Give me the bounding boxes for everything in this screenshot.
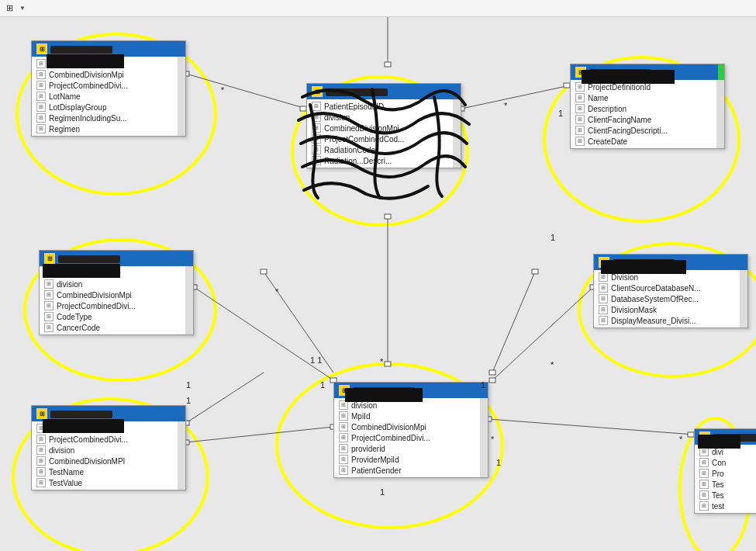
field-name-text: CombinedDivisionMpi [49, 71, 124, 79]
rel-label-16: 1 [496, 458, 501, 467]
db-table-table2[interactable]: ⊞⊞PatientEpisodeID⊞division⊞CombinedDivi… [306, 83, 461, 168]
table-grid-icon: ⊞ [312, 86, 323, 97]
field-type-icon: ⊞ [44, 323, 54, 332]
chevron-down-icon[interactable]: ▼ [19, 5, 26, 12]
field-type-icon: ⊞ [699, 480, 709, 489]
table-field: ⊞ProjectCombinedDivi... [334, 432, 488, 443]
table-scrollbar[interactable] [740, 270, 747, 327]
field-name-text: ProjectCombinedDivi... [49, 81, 128, 90]
green-bar-indicator [718, 64, 724, 80]
rel-label-5: * [380, 357, 383, 366]
table-scrollbar[interactable] [178, 421, 185, 490]
field-name-text: Tes [712, 491, 724, 500]
svg-rect-32 [43, 419, 124, 433]
field-type-icon: ⊞ [575, 115, 585, 124]
rel-label-17: 1 [380, 487, 385, 497]
table-scrollbar[interactable] [716, 80, 724, 148]
header-redaction-6 [698, 435, 740, 449]
field-name-text: Radiation...Descri... [324, 157, 392, 165]
table-scrollbar[interactable] [178, 57, 185, 136]
field-name-text: CreateDate [588, 137, 627, 146]
field-type-icon: ⊞ [339, 433, 348, 442]
field-name-text: Regimen [49, 125, 80, 133]
svg-rect-34 [582, 70, 675, 84]
field-type-icon: ⊞ [44, 301, 54, 310]
rel-label-11: * [679, 435, 682, 444]
svg-line-12 [492, 287, 593, 380]
field-type-icon: ⊞ [699, 501, 709, 511]
table-title-table1 [50, 44, 112, 54]
svg-rect-14 [489, 378, 495, 383]
table-field: ⊞Tes [695, 479, 756, 490]
rel-label-1: * [221, 85, 224, 95]
field-type-icon: ⊞ [44, 290, 54, 300]
field-name-text: CombinedDivisionMpi [351, 423, 426, 431]
rel-label-6: 1 1 [310, 355, 322, 365]
field-name-text: PatientGender [351, 466, 402, 475]
table-field: ⊞ProjectCombinedCod... [307, 133, 461, 144]
svg-rect-5 [564, 83, 570, 88]
header-redaction-1 [43, 264, 120, 278]
db-table-table4[interactable]: ⊞⊞ProjectDefinitionID⊞division⊞CombinedD… [39, 250, 194, 335]
field-type-icon: ⊞ [44, 279, 54, 289]
field-type-icon: ⊞ [312, 134, 321, 144]
header-redaction-5 [601, 260, 686, 274]
svg-rect-31 [43, 264, 120, 278]
table-field: ⊞CombinedDivisionMpi [334, 421, 488, 432]
svg-line-3 [461, 85, 570, 109]
rel-label-8: 1 [551, 233, 555, 242]
field-type-icon: ⊞ [312, 123, 321, 133]
rel-label-2: * [504, 101, 507, 110]
field-name-text: ClientSourceDatabaseN... [611, 284, 701, 293]
table-title-table2 [326, 87, 388, 96]
field-name-text: Description [588, 105, 627, 113]
field-type-icon: ⊞ [36, 456, 46, 466]
db-table-table7[interactable]: ⊞⊞ProjectDefinitionID⊞ProjectCombinedDiv… [31, 405, 186, 490]
field-name-text: ProviderMpiId [351, 456, 399, 464]
svg-rect-20 [688, 432, 694, 437]
field-type-icon: ⊞ [699, 458, 709, 467]
table-header-table2: ⊞ [307, 84, 461, 99]
field-type-icon: ⊞ [36, 81, 46, 90]
table-scrollbar[interactable] [185, 266, 193, 334]
rel-label-12: 1 [186, 380, 191, 390]
table-field: ⊞CodeType [40, 311, 193, 322]
svg-line-23 [264, 272, 333, 373]
field-type-icon: ⊞ [36, 70, 46, 79]
field-type-icon: ⊞ [36, 102, 46, 112]
table-field: ⊞TestValue [32, 477, 185, 488]
table-field: ⊞CancerCode [40, 322, 193, 333]
field-name-text: MpiId [351, 412, 370, 421]
field-type-icon: ⊞ [699, 469, 709, 478]
field-name-text: division [49, 446, 74, 455]
field-type-icon: ⊞ [44, 312, 54, 321]
field-type-icon: ⊞ [575, 126, 585, 135]
svg-line-9 [194, 287, 333, 380]
field-type-icon: ⊞ [312, 113, 321, 122]
svg-rect-26 [532, 269, 538, 274]
header-redaction-0 [47, 54, 124, 68]
rel-label-13: 1 [186, 396, 191, 405]
table-title-table7 [50, 409, 112, 418]
field-name-text: ProjectDefinitionId [588, 83, 651, 92]
field-name-text: LotName [49, 92, 81, 101]
svg-rect-30 [47, 54, 124, 68]
table-field: ⊞DatabaseSystemOfRec... [594, 293, 747, 304]
field-name-text: RegimenIncludingSu... [49, 114, 127, 123]
field-name-text: division [324, 113, 350, 122]
field-name-text: TestName [49, 468, 84, 476]
table-scrollbar[interactable] [453, 99, 461, 168]
field-type-icon: ⊞ [312, 145, 321, 154]
header-redaction-2 [43, 419, 124, 433]
field-type-icon: ⊞ [599, 294, 608, 303]
table-grid-icon: ⊞ [44, 253, 55, 264]
field-type-icon: ⊞ [599, 316, 608, 325]
field-name-text: providerid [351, 445, 385, 453]
field-type-icon: ⊞ [339, 444, 348, 453]
field-name-text: ProjectCombinedDivi... [57, 302, 136, 310]
svg-line-15 [186, 427, 333, 442]
field-name-text: ClientFacingName [588, 116, 651, 124]
table-scrollbar[interactable] [480, 398, 488, 477]
field-type-icon: ⊞ [575, 137, 585, 146]
field-type-icon: ⊞ [36, 92, 46, 101]
